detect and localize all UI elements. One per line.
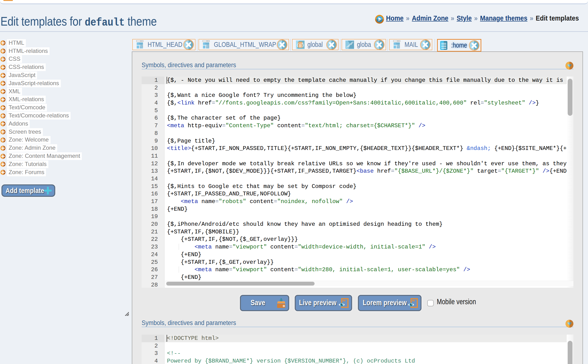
svg-text:CSS: CSS	[299, 42, 303, 44]
svg-text:{: {	[297, 43, 298, 47]
